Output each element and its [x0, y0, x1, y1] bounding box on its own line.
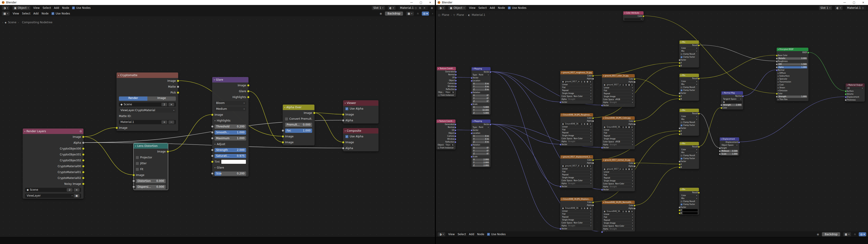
socket[interactable]: [455, 85, 457, 87]
menu-node[interactable]: Node: [498, 6, 505, 9]
socket[interactable]: [282, 135, 284, 138]
socket[interactable]: [211, 125, 214, 128]
z-value[interactable]: Z0 m: [471, 141, 491, 144]
scale-slider[interactable]: Scale1.000: [720, 152, 739, 155]
socket[interactable]: [211, 131, 214, 134]
socket[interactable]: [679, 62, 681, 64]
socket[interactable]: [698, 78, 700, 80]
menu-add[interactable]: Add: [490, 6, 495, 9]
socket[interactable]: [455, 74, 457, 76]
use-alpha-checkbox[interactable]: ✓Use Alpha: [343, 133, 378, 140]
viewer-header[interactable]: ▾Viewer: [343, 100, 378, 106]
mix-4-header[interactable]: ▾Mix: [680, 142, 699, 145]
socket[interactable]: [679, 166, 681, 168]
socket[interactable]: [679, 163, 681, 165]
field-button-row[interactable]: ×: [168, 103, 174, 106]
linear-dropdown[interactable]: Linear▾: [560, 210, 593, 213]
socket[interactable]: [455, 77, 457, 79]
clamp-factor-checkbox[interactable]: ✓Clamp Factor: [680, 203, 699, 206]
mix-5-node[interactable]: ▾MixResultColor▾Mix▾Clamp Result✓Clamp F…: [679, 187, 699, 215]
image-texture-a2-header[interactable]: ▾Ground048_1K-JPG_Roughness.jpg: [560, 113, 593, 117]
repeat-dropdown[interactable]: Repeat▾: [560, 173, 593, 176]
socket[interactable]: [679, 160, 681, 162]
single-image-dropdown[interactable]: Single Image▾: [560, 134, 593, 137]
linear-dropdown[interactable]: Linear▾: [602, 128, 635, 131]
socket[interactable]: [471, 144, 473, 146]
midlevel-slider[interactable]: Midlevel0.500: [720, 150, 739, 152]
x-value[interactable]: X0 m: [471, 135, 491, 138]
socket[interactable]: [698, 44, 700, 46]
threshold-slider[interactable]: Threshold0.200: [212, 124, 248, 129]
repeat-dropdown[interactable]: Repeat▾: [602, 92, 635, 95]
color-space-srgb-dropdown[interactable]: Color SpacesRGB▾: [602, 98, 635, 101]
texture-coordinate-1-node[interactable]: ▾Texture CoordinateGeneratedNormalUVObje…: [437, 67, 456, 97]
socket[interactable]: [166, 150, 169, 153]
mode-select[interactable]: ▣Object▾: [448, 6, 466, 10]
socket[interactable]: [211, 161, 214, 163]
texture-coordinate-1-header[interactable]: ▾Texture Coordinate: [437, 67, 456, 70]
socket[interactable]: [211, 149, 214, 151]
socket[interactable]: [633, 123, 636, 125]
clamp-result-checkbox[interactable]: Clamp Result: [680, 86, 699, 89]
field-button-row[interactable]: ⧉: [584, 123, 585, 125]
field-button-row[interactable]: ▤: [628, 168, 630, 170]
color-dropdown[interactable]: Color▾: [680, 80, 699, 83]
socket[interactable]: [679, 92, 681, 94]
field-button-row[interactable]: ⧉: [625, 126, 627, 128]
socket[interactable]: [679, 212, 681, 214]
color-space-srgb-dropdown[interactable]: Color SpacesRGB▾: [602, 140, 635, 143]
mix-dropdown[interactable]: Mix▾: [680, 197, 699, 200]
use-nodes-checkbox[interactable]: ✓Use Nodes: [72, 6, 91, 9]
use-nodes-checkbox[interactable]: ✓Use Nodes: [508, 6, 526, 9]
socket[interactable]: [454, 132, 456, 134]
slot-select[interactable]: Slot 1▾: [819, 6, 832, 10]
smooth-slider[interactable]: Smooth...1.000: [212, 129, 248, 135]
close-button[interactable]: ×: [862, 1, 864, 4]
alpha-straight-dropdown[interactable]: AlphaStraight▾: [602, 227, 635, 231]
y-value[interactable]: Y0 m: [471, 85, 491, 88]
socket[interactable]: [719, 153, 721, 155]
repeat-dropdown[interactable]: Repeat▾: [560, 131, 593, 134]
field-button-row[interactable]: ▤: [587, 207, 588, 209]
socket[interactable]: [601, 147, 603, 149]
image-texture-a4-node[interactable]: ▾Ground048_1K-JPG_Displacement.jpgColorA…: [560, 197, 593, 231]
fake-user-copy-unlink-icons[interactable]: ◇ ⧉ ×: [415, 6, 426, 9]
mix-dropdown[interactable]: Mix▾: [680, 83, 699, 86]
field-button-row[interactable]: ⧉: [625, 84, 627, 86]
use-nodes-checkbox[interactable]: ✓Use Nodes: [52, 12, 70, 15]
socket[interactable]: [845, 93, 847, 95]
scene-field[interactable]: ◆Scene2×: [117, 101, 178, 107]
linear-dropdown[interactable]: Linear▾: [602, 86, 635, 89]
socket[interactable]: [633, 207, 636, 209]
socket[interactable]: [592, 162, 594, 164]
field-button-2[interactable]: 2: [161, 103, 167, 106]
socket[interactable]: [471, 92, 473, 94]
mix-dropdown[interactable]: Mix▾: [680, 118, 699, 121]
socket[interactable]: [454, 129, 456, 131]
field-button-row[interactable]: ▤: [628, 211, 630, 212]
socket[interactable]: [455, 83, 457, 85]
viewlayer-cryptomaterial-dropdown[interactable]: ViewLayer.CryptoMaterial▾: [117, 107, 178, 113]
mix-3-header[interactable]: ▾Mix: [680, 109, 699, 112]
render-layers-node[interactable]: ▾Render Layers⊙ImageAlphaCryptoObject00C…: [23, 128, 84, 199]
socket[interactable]: [471, 80, 473, 82]
transmission-section[interactable]: ▸Transmission: [777, 81, 808, 83]
field-button-row[interactable]: ◇: [622, 211, 624, 212]
image-texture-b2-header[interactable]: ▾Ground048_1K-JPG_Color.jpg: [602, 116, 635, 120]
snap-mode-button[interactable]: ◎▾: [859, 232, 866, 236]
x-value[interactable]: X0 m: [471, 82, 491, 85]
field-button-row[interactable]: ×: [590, 81, 591, 83]
socket[interactable]: [471, 77, 473, 79]
field-button-row[interactable]: ⧉: [625, 211, 627, 212]
field-button-row[interactable]: ⧉: [584, 207, 585, 209]
mix-dropdown[interactable]: Mix▾: [680, 50, 699, 53]
expand-arrow-icon[interactable]: ›: [432, 12, 433, 15]
field-button-row[interactable]: ×: [631, 126, 633, 128]
socket[interactable]: [282, 141, 284, 144]
socket[interactable]: [454, 135, 456, 137]
color-space-non-color-dropdown[interactable]: Color SpaceNon-Color▾: [560, 179, 593, 182]
field-button-row[interactable]: ◇: [622, 168, 624, 170]
socket[interactable]: [719, 150, 721, 152]
alpha-straight-dropdown[interactable]: AlphaStraight▾: [560, 182, 593, 185]
socket[interactable]: [679, 127, 681, 129]
